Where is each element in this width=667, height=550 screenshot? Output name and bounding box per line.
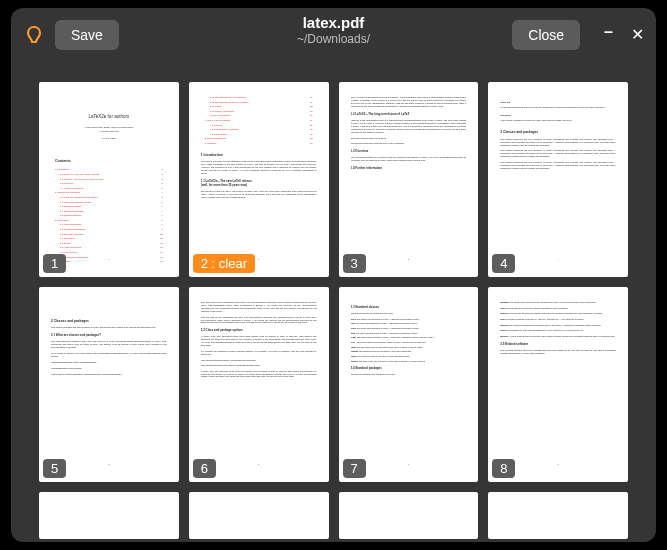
page-number-badge: 8 (492, 459, 515, 478)
page-thumbnail[interactable] (189, 492, 329, 539)
page-content: Note that LaTeX2e still understands the … (201, 301, 317, 468)
page-thumbnail[interactable]: amsmath This contains the advanced math … (488, 287, 628, 482)
page-thumbnail[interactable]: 2.3 Standard classesThe following classe… (339, 287, 479, 482)
page-content: amsmath This contains the advanced math … (500, 301, 616, 468)
pdf-arranger-window: Save latex.pdf ~/Downloads/ Close – ✕ La… (11, 8, 656, 542)
close-button[interactable]: Close (512, 20, 580, 50)
page-number-badge: 1 (43, 254, 66, 273)
page-thumbnail[interactable] (339, 492, 479, 539)
page-thumbnail[interactable] (39, 492, 179, 539)
minimize-icon[interactable]: – (604, 24, 613, 40)
page-thumbnail[interactable]: 3.14 Text commands: all encodings173.15 … (189, 82, 329, 277)
titlebar: Save latex.pdf ~/Downloads/ Close – ✕ (11, 8, 656, 62)
page-number-badge: 7 (343, 459, 366, 478)
page-content: Thus, to process documents from various … (351, 96, 467, 263)
page-thumbnail[interactable]: LaTeX2e for authors© Copyright 1995–2020… (39, 82, 179, 277)
page-thumbnail[interactable]: latex.texIs a document introducing autho… (488, 82, 628, 277)
thumbnail-grid-viewport[interactable]: LaTeX2e for authors© Copyright 1995–2020… (11, 62, 656, 542)
page-number-badge: 4 (492, 254, 515, 273)
page-thumbnail[interactable]: 2 Classes and packagesThis section descr… (39, 287, 179, 482)
page-content: 2 Classes and packagesThis section descr… (51, 311, 167, 468)
window-close-icon[interactable]: ✕ (631, 27, 644, 43)
page-number-badge: 3 (343, 254, 366, 273)
save-button[interactable]: Save (55, 20, 119, 50)
page-thumbnail[interactable] (488, 492, 628, 539)
window-controls: – ✕ (604, 27, 644, 43)
page-number-badge: 5 (43, 459, 66, 478)
page-content: 2.3 Standard classesThe following classe… (351, 301, 467, 468)
page-number-badge: 2 : clear (193, 254, 255, 273)
thumbnail-grid: LaTeX2e for authors© Copyright 1995–2020… (39, 82, 628, 539)
page-content: LaTeX2e for authors© Copyright 1995–2020… (51, 96, 167, 263)
page-thumbnail[interactable]: Thus, to process documents from various … (339, 82, 479, 277)
page-content: 3.14 Text commands: all encodings173.15 … (201, 96, 317, 263)
page-content: latex.texIs a document introducing autho… (500, 96, 616, 263)
app-icon (23, 24, 45, 46)
page-number-badge: 6 (193, 459, 216, 478)
page-thumbnail[interactable]: Note that LaTeX2e still understands the … (189, 287, 329, 482)
